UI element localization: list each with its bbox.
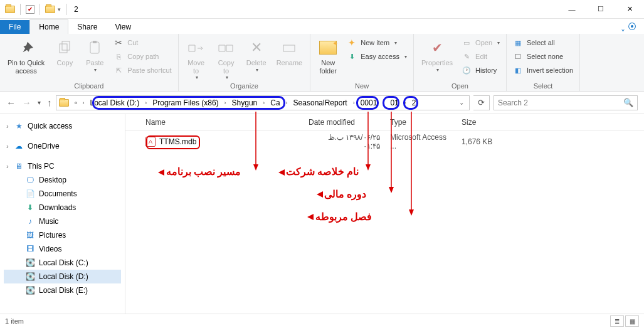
sidebar-onedrive[interactable]: ☁OneDrive [4, 139, 121, 153]
col-size[interactable]: Size [457, 118, 519, 127]
tab-view[interactable]: View [106, 20, 140, 34]
copy-to-button[interactable]: Copy to▾ [213, 36, 240, 82]
label: Edit [475, 53, 487, 60]
edit-button[interactable]: ✎Edit [459, 50, 502, 63]
group-label: Clipboard [4, 82, 174, 91]
icons-view-button[interactable]: ▦ [625, 315, 639, 327]
rename-button[interactable]: Rename [273, 36, 307, 82]
sidebar-this-pc[interactable]: 🖥This PC [4, 159, 121, 173]
sidebar-disk-c[interactable]: 💽Local Disk (C:) [4, 256, 121, 270]
move-to-button[interactable]: Move to▾ [182, 36, 210, 82]
label: Local Disk (D:) [39, 272, 88, 281]
forward-button[interactable]: → [22, 97, 31, 108]
svg-rect-2 [90, 42, 99, 53]
label: Copy to [218, 59, 235, 75]
col-date[interactable]: Date modified [304, 118, 385, 127]
breadcrumb-item[interactable]: SeasonalReport [291, 97, 350, 108]
new-folder-icon: ✦ [318, 38, 338, 58]
easy-access-button[interactable]: ⬇Easy access▾ [344, 50, 409, 63]
col-type[interactable]: Type [385, 118, 457, 127]
invert-selection-button[interactable]: ◧Invert selection [510, 64, 576, 77]
properties-qat-button[interactable]: ✔ [26, 5, 34, 14]
cut-button[interactable]: ✂Cut [111, 36, 174, 49]
properties-button[interactable]: ✔Properties▾ [418, 36, 457, 77]
label: Downloads [39, 203, 76, 212]
sidebar-disk-d[interactable]: 💽Local Disk (D:) [4, 270, 121, 283]
sidebar-pictures[interactable]: 🖼Pictures [4, 228, 121, 242]
paste-icon [85, 38, 105, 58]
sidebar-documents[interactable]: 📄Documents [4, 187, 121, 201]
details-view-button[interactable]: ≣ [610, 315, 624, 327]
history-button[interactable]: 🕑History [459, 64, 502, 77]
chevron-icon[interactable]: › [81, 100, 87, 106]
qat-dropdown[interactable]: ▾ [58, 6, 61, 13]
label: Local Disk (E:) [39, 286, 88, 295]
file-list[interactable]: Name Date modified Type Size ATTMS.mdb ۱… [125, 114, 644, 314]
copy-button[interactable]: Copy [51, 36, 78, 77]
item-count: 1 item [5, 317, 24, 325]
cut-icon: ✂ [113, 38, 124, 48]
label: Videos [39, 245, 61, 253]
delete-button[interactable]: ✕Delete▾ [243, 36, 270, 82]
sidebar-disk-e[interactable]: 💽Local Disk (E:) [4, 283, 121, 297]
up-button[interactable]: ↑ [47, 97, 52, 108]
pin-quick-access-button[interactable]: Pin to Quick access [4, 36, 48, 77]
label: Documents [39, 189, 77, 198]
back-button[interactable]: ← [6, 97, 16, 108]
group-label: New [314, 82, 409, 91]
col-name[interactable]: Name [140, 118, 304, 127]
file-date: ۱۳۹۸/۰۶/۲۵ ب.ظ ۰۱:۴۵ [304, 133, 385, 151]
address-dropdown[interactable]: ⌄ [459, 99, 467, 106]
tab-home[interactable]: Home [29, 19, 68, 34]
rename-icon [279, 38, 299, 58]
folder-icon [45, 6, 55, 13]
file-row[interactable]: ATTMS.mdb ۱۳۹۸/۰۶/۲۵ ب.ظ ۰۱:۴۵ Microsoft… [125, 130, 644, 153]
ribbon-help-button[interactable]: ˬ ⦿ [621, 21, 636, 34]
paste-button[interactable]: Paste▾ [81, 36, 108, 77]
select-all-icon: ▦ [513, 38, 523, 48]
svg-rect-3 [93, 41, 97, 43]
sidebar-desktop[interactable]: 🖵Desktop [4, 173, 121, 187]
paste-shortcut-button[interactable]: ⇱Paste shortcut [111, 64, 174, 77]
copy-path-button[interactable]: ⎘Copy path [111, 50, 174, 63]
refresh-button[interactable]: ⟳ [473, 95, 490, 110]
easy-access-icon: ⬇ [347, 51, 357, 61]
sidebar-downloads[interactable]: ⬇Downloads [4, 201, 121, 214]
label: OneDrive [28, 142, 60, 151]
pc-icon: 🖥 [14, 161, 24, 171]
file-type: Microsoft Access ... [385, 133, 457, 151]
new-item-icon: ✦ [347, 38, 357, 48]
maximize-button[interactable]: ☐ [586, 0, 615, 19]
downloads-icon: ⬇ [25, 203, 35, 213]
search-box[interactable]: Search 2 🔍 [494, 95, 638, 110]
star-icon: ★ [14, 121, 24, 131]
sidebar-music[interactable]: ♪Music [4, 214, 121, 228]
search-icon: 🔍 [623, 98, 633, 107]
label: Rename [277, 59, 303, 67]
main-area: ★Quick access ☁OneDrive 🖥This PC 🖵Deskto… [0, 114, 644, 314]
navigation-pane[interactable]: ★Quick access ☁OneDrive 🖥This PC 🖵Deskto… [0, 114, 125, 314]
label: Delete [246, 59, 267, 67]
group-label: Select [510, 82, 576, 91]
group-select: ▦Select all ☐Select none ◧Invert selecti… [507, 34, 580, 91]
sidebar-videos[interactable]: 🎞Videos [4, 242, 121, 256]
sidebar-quick-access[interactable]: ★Quick access [4, 119, 121, 133]
minimize-button[interactable]: — [557, 0, 586, 19]
group-new: ✦New folder ✦New item▾ ⬇Easy access▾ New [310, 34, 414, 91]
close-button[interactable]: ✕ [615, 0, 644, 19]
ribbon: Pin to Quick access Copy Paste▾ ✂Cut ⎘Co… [0, 34, 644, 92]
tab-file[interactable]: File [0, 20, 29, 34]
new-folder-button[interactable]: ✦New folder [314, 36, 342, 76]
annotation-highlight-file [146, 135, 200, 149]
new-item-button[interactable]: ✦New item▾ [344, 36, 409, 49]
recent-locations-button[interactable]: ▾ [38, 99, 41, 106]
copy-to-icon [216, 38, 236, 58]
label: Cut [127, 39, 138, 46]
tab-share[interactable]: Share [68, 20, 106, 34]
select-none-button[interactable]: ☐Select none [510, 50, 576, 63]
documents-icon: 📄 [25, 189, 35, 199]
open-button[interactable]: ▭Open▾ [459, 36, 502, 49]
separator [66, 4, 66, 15]
chevron-icon[interactable]: « [73, 100, 80, 106]
select-all-button[interactable]: ▦Select all [510, 36, 576, 49]
